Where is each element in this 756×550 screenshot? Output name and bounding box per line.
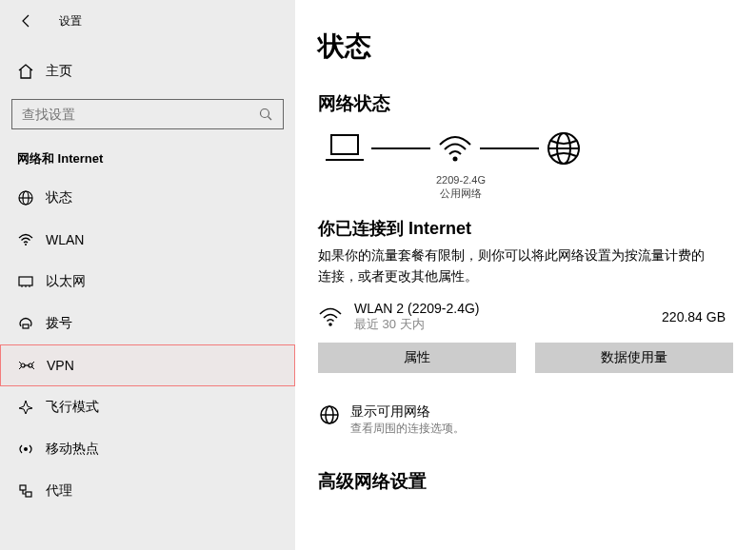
network-status-heading: 网络状态 xyxy=(318,91,733,116)
properties-button[interactable]: 属性 xyxy=(318,343,516,373)
connected-desc: 如果你的流量套餐有限制，则你可以将此网络设置为按流量计费的连接，或者更改其他属性… xyxy=(318,246,708,287)
svg-line-16 xyxy=(32,362,34,363)
nav-label: 以太网 xyxy=(46,273,86,290)
connection-usage: 220.84 GB xyxy=(662,309,726,324)
back-button[interactable] xyxy=(19,13,38,29)
svg-line-1 xyxy=(269,117,272,121)
nav-label: VPN xyxy=(47,358,74,373)
globe-icon xyxy=(318,403,350,426)
nav-wlan[interactable]: WLAN xyxy=(0,219,295,261)
search-input[interactable] xyxy=(22,107,258,122)
globe-icon xyxy=(545,129,583,167)
nav-dialup[interactable]: 拨号 xyxy=(0,303,295,344)
dialup-icon xyxy=(17,315,46,332)
home-icon xyxy=(17,63,46,80)
laptop-icon xyxy=(324,131,366,166)
wifi-icon xyxy=(17,231,46,248)
nav-airplane[interactable]: 飞行模式 xyxy=(0,386,295,428)
network-diagram xyxy=(324,129,733,167)
svg-line-14 xyxy=(19,362,21,363)
svg-rect-10 xyxy=(23,324,29,328)
data-usage-button[interactable]: 数据使用量 xyxy=(535,343,733,373)
svg-line-15 xyxy=(19,367,21,369)
show-networks-link[interactable]: 显示可用网络 查看周围的连接选项。 xyxy=(318,403,733,437)
show-networks-title: 显示可用网络 xyxy=(350,403,465,421)
nav-hotspot[interactable]: 移动热点 xyxy=(0,428,295,470)
category-label: 网络和 Internet xyxy=(0,129,295,177)
airplane-icon xyxy=(17,399,46,416)
vpn-icon xyxy=(18,357,47,374)
svg-point-11 xyxy=(21,363,25,367)
svg-rect-20 xyxy=(26,492,31,497)
nav-label: 状态 xyxy=(46,189,72,206)
connection-recent: 最近 30 天内 xyxy=(354,316,662,333)
nav-label: 移动热点 xyxy=(46,441,99,458)
connection-row: WLAN 2 (2209-2.4G) 最近 30 天内 220.84 GB xyxy=(318,301,733,333)
svg-point-12 xyxy=(29,363,32,367)
nav-label: 飞行模式 xyxy=(46,399,99,416)
svg-rect-19 xyxy=(20,485,26,490)
nav-label: WLAN xyxy=(46,232,84,247)
diagram-label: 2209-2.4G 公用网络 xyxy=(413,173,508,200)
wifi-diagram-icon xyxy=(436,131,474,166)
nav-status[interactable]: 状态 xyxy=(0,177,295,219)
connection-name: WLAN 2 (2209-2.4G) xyxy=(354,301,662,316)
svg-point-23 xyxy=(453,157,458,162)
nav-vpn[interactable]: VPN xyxy=(0,344,295,386)
search-box[interactable] xyxy=(11,99,284,129)
hotspot-icon xyxy=(17,441,46,458)
svg-point-18 xyxy=(24,447,28,451)
svg-point-5 xyxy=(25,244,27,246)
search-icon xyxy=(258,107,273,122)
status-icon xyxy=(17,189,46,206)
advanced-heading: 高级网络设置 xyxy=(318,469,733,494)
nav-label: 代理 xyxy=(46,482,72,500)
app-title: 设置 xyxy=(59,13,82,29)
home-nav[interactable]: 主页 xyxy=(0,53,295,89)
svg-rect-6 xyxy=(19,277,32,285)
nav-label: 拨号 xyxy=(46,315,72,332)
svg-rect-21 xyxy=(331,135,358,154)
page-title: 状态 xyxy=(318,29,733,65)
home-label: 主页 xyxy=(46,63,72,80)
svg-point-27 xyxy=(328,323,332,326)
wifi-icon xyxy=(318,305,343,328)
proxy-icon xyxy=(17,482,46,500)
connected-heading: 你已连接到 Internet xyxy=(318,217,733,240)
svg-point-0 xyxy=(261,109,269,118)
ethernet-icon xyxy=(17,273,46,290)
nav-proxy[interactable]: 代理 xyxy=(0,470,295,512)
svg-line-17 xyxy=(32,367,34,369)
show-networks-sub: 查看周围的连接选项。 xyxy=(350,421,465,437)
nav-ethernet[interactable]: 以太网 xyxy=(0,261,295,303)
